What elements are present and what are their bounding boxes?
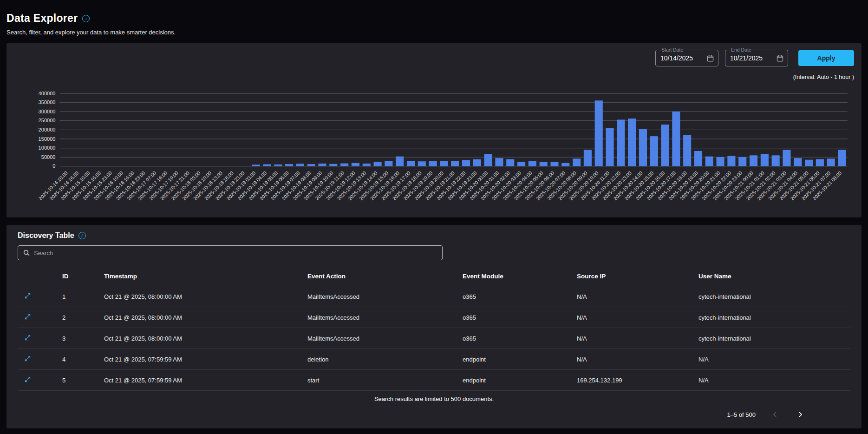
chart-bar[interactable] [584,150,592,166]
chart-bar[interactable] [440,161,448,166]
cell-source-ip: N/A [577,349,698,370]
chart-bar[interactable] [307,164,315,166]
cell-user-name: N/A [698,370,850,391]
limit-note: Search results are limited to 500 docume… [18,391,850,404]
chart-bar[interactable] [340,164,348,166]
end-date-field[interactable]: End Date [725,50,788,66]
chart-bar[interactable] [838,150,846,166]
chart-bar[interactable] [717,157,724,166]
apply-button[interactable]: Apply [798,50,854,66]
chart-bar[interactable] [772,155,780,166]
chart-bar[interactable] [595,100,603,166]
chart-bar[interactable] [385,161,392,166]
expand-icon[interactable] [24,292,31,299]
cell-event-action: deletion [307,349,463,370]
chart-bar[interactable] [274,164,282,166]
col-id: ID [62,267,104,286]
y-axis-tick: 400000 [39,91,56,96]
chart-bar[interactable] [540,162,548,166]
chart-bar[interactable] [462,160,470,166]
table-row: 3Oct 21 @ 2025, 08:00:00 AMMailItemsAcce… [18,328,850,349]
chart-bar[interactable] [694,151,702,166]
chart-bar[interactable] [738,157,746,166]
chart-bar[interactable] [661,125,669,166]
expand-icon[interactable] [24,313,31,320]
expand-cell[interactable] [18,349,62,370]
chart-bar[interactable] [683,135,691,166]
chart-bar[interactable] [484,154,492,166]
chart-panel: Start Date End Date Apply [7,43,861,217]
chart-bar[interactable] [396,157,404,166]
col-expand [18,267,62,286]
calendar-icon[interactable] [776,54,784,62]
end-date-input[interactable] [730,54,776,62]
info-icon[interactable]: i [82,15,90,22]
chart-bar[interactable] [672,112,680,166]
expand-cell[interactable] [18,286,62,307]
start-date-input[interactable] [660,54,706,62]
chart-bar[interactable] [473,159,481,166]
chart-bar[interactable] [263,164,271,166]
chart-bar[interactable] [296,164,304,166]
chart-bar[interactable] [550,162,558,166]
discovery-table-title: Discovery Table [18,231,74,240]
chart-bar[interactable] [329,164,337,166]
chart-bar[interactable] [451,161,459,166]
chart-bar[interactable] [285,164,293,166]
chart-bar[interactable] [352,163,359,166]
chart-bar[interactable] [606,128,613,166]
chart-bar[interactable] [750,155,757,166]
col-user-name: User Name [698,267,850,286]
chart-bar[interactable] [418,161,426,166]
cell-id: 2 [62,307,104,328]
expand-icon[interactable] [24,376,31,383]
expand-cell[interactable] [18,307,62,328]
chart-bar[interactable] [252,164,260,166]
chart-bar[interactable] [529,161,536,166]
chart-bar[interactable] [827,158,835,166]
cell-event-action: MailItemsAccessed [307,286,463,307]
chart-bar[interactable] [761,154,769,166]
chart-bar[interactable] [318,164,326,166]
chart-bar[interactable] [628,118,636,166]
col-source-ip: Source IP [577,267,698,286]
search-input[interactable] [34,250,437,256]
chart-bar[interactable] [705,157,713,166]
chart-bar[interactable] [727,156,735,166]
date-range-controls: Start Date End Date Apply [14,50,854,66]
cell-user-name: N/A [698,349,850,370]
cell-event-module: endpoint [463,349,577,370]
cell-timestamp: Oct 21 @ 2025, 07:59:59 AM [104,349,307,370]
chart-bar[interactable] [506,159,514,166]
chart-bar[interactable] [429,161,437,166]
expand-icon[interactable] [24,355,31,362]
discovery-table-body: 1Oct 21 @ 2025, 08:00:00 AMMailItemsAcce… [18,286,850,391]
expand-cell[interactable] [18,370,62,391]
chart-bar[interactable] [495,158,503,166]
chart-bar[interactable] [794,158,802,166]
chart-bar[interactable] [650,136,658,166]
chart-bar[interactable] [517,162,525,166]
cell-source-ip: N/A [577,328,698,349]
chart-bar[interactable] [617,119,625,166]
info-icon[interactable]: i [78,232,86,239]
y-axis-tick: 0 [52,163,55,169]
search-box[interactable] [18,245,443,260]
chart-bar[interactable] [407,161,415,166]
y-axis-tick: 350000 [39,99,56,105]
chevron-right-icon[interactable] [795,409,806,420]
chevron-left-icon[interactable] [770,409,781,420]
chart-bar[interactable] [573,158,581,166]
chart-bar[interactable] [363,164,371,166]
chart-bar[interactable] [639,129,647,166]
chart-bar[interactable] [561,163,569,166]
chart-bar[interactable] [373,162,381,166]
start-date-field[interactable]: Start Date [655,50,718,66]
cell-event-action: MailItemsAccessed [307,328,463,349]
chart-bar[interactable] [816,159,824,166]
expand-icon[interactable] [24,334,31,341]
calendar-icon[interactable] [706,54,714,62]
expand-cell[interactable] [18,328,62,349]
chart-bar[interactable] [805,160,813,166]
chart-bar[interactable] [783,150,790,166]
